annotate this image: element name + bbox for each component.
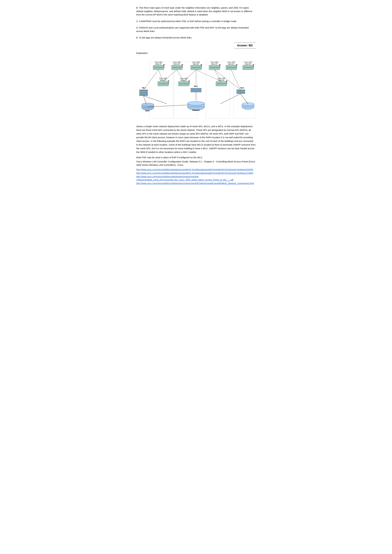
svg-point-53 [196,67,197,68]
svg-point-144 [240,90,241,91]
svg-point-117 [193,89,194,89]
link-4[interactable]: http://www.cisco.com/c/en/us/td/docs/wir… [136,182,256,185]
answer-label: Answer: BD [234,42,256,48]
links-section: http://www.cisco.com/c/en/us/td/docs/wir… [136,168,256,185]
svg-text:WLC: WLC [240,87,244,89]
svg-text:Mesh AP: Mesh AP [193,63,199,65]
body-paragraph1: shows a simple mesh network deployment m… [136,125,256,154]
svg-rect-67 [219,65,220,68]
svg-point-66 [218,67,219,68]
svg-point-118 [195,89,196,89]
svg-point-149 [240,92,241,93]
svg-point-107 [182,83,183,84]
svg-point-106 [181,83,182,84]
svg-point-151 [243,92,243,93]
svg-point-126 [198,91,199,91]
svg-point-51 [193,67,194,68]
svg-rect-137 [226,81,227,84]
answer-box: Answer: BD [136,42,256,48]
svg-rect-35 [163,64,165,65]
svg-point-145 [241,90,242,91]
svg-point-132 [218,83,219,84]
svg-point-116 [192,89,192,89]
svg-point-9 [146,90,146,91]
svg-rect-56 [201,65,202,68]
svg-point-135 [223,83,224,84]
svg-point-17 [143,95,144,95]
svg-point-29 [156,67,157,68]
svg-point-7 [143,90,144,91]
note-text: Note PSK may be used in place of EAP if … [136,156,256,159]
svg-point-99 [167,83,167,84]
svg-point-124 [195,91,196,91]
svg-point-5 [140,90,141,91]
svg-point-13 [144,92,145,93]
intro-section: B. The three main types of mesh type und… [136,6,256,40]
svg-text:Network: Network [192,109,200,111]
svg-point-54 [198,67,199,68]
svg-point-62 [212,67,213,68]
svg-point-64 [215,67,216,68]
svg-text:Mesh AP: Mesh AP [155,63,161,65]
svg-point-73 [228,67,229,68]
svg-point-11 [142,92,142,93]
svg-text:Mesh AP: Mesh AP [245,63,251,65]
svg-point-40 [174,67,175,68]
svg-point-41 [176,67,176,68]
svg-point-65 [216,67,217,68]
svg-text:Cisco 1500: Cisco 1500 [180,78,188,79]
svg-point-125 [196,91,197,91]
intro-paragraph2: C. A MAP/RAP must be authorized by eithe… [136,20,256,23]
svg-text:Cisco 1500: Cisco 1500 [217,78,225,79]
intro-paragraph1: B. The three main types of mesh type und… [136,6,256,16]
svg-text:Mesh AP: Mesh AP [211,63,217,65]
svg-point-44 [180,67,181,68]
svg-point-28 [154,67,155,68]
svg-point-148 [239,92,240,93]
svg-point-98 [165,83,166,84]
svg-point-6 [142,90,142,91]
svg-point-32 [160,67,161,68]
svg-point-97 [163,83,164,84]
svg-point-147 [238,92,238,93]
svg-point-18 [144,95,145,95]
svg-point-96 [162,83,163,84]
intro-paragraph4: E. VLAN tags are always forwarded across… [136,36,256,40]
svg-point-43 [179,67,180,68]
diagram-svg: WLC WCS [136,56,256,121]
svg-point-105 [179,83,180,84]
svg-point-22 [142,103,154,106]
svg-point-119 [196,89,197,89]
explanation-label: Explanation: [136,52,256,55]
svg-point-87 [250,67,251,68]
svg-point-19 [146,95,146,95]
svg-rect-101 [168,81,169,81]
svg-point-85 [247,67,248,68]
svg-point-88 [252,67,252,68]
svg-point-75 [231,67,232,68]
svg-point-52 [195,67,196,68]
svg-point-77 [235,67,236,68]
svg-point-150 [241,92,242,93]
svg-point-31 [159,67,160,68]
svg-point-16 [142,95,142,95]
svg-rect-79 [236,64,238,65]
link-3[interactable]: http://www.cisco.com/c/en/us/td/docs/wir… [136,175,256,181]
svg-point-74 [230,67,231,68]
link-1[interactable]: http://www.cisco.com/c/en/us/td/docs/wir… [136,168,256,171]
svg-text:Mesh AP: Mesh AP [218,79,224,81]
svg-text:Mesh AP: Mesh AP [174,63,180,65]
svg-point-120 [198,89,199,89]
svg-rect-34 [164,65,164,68]
svg-point-142 [238,90,238,91]
svg-rect-111 [189,81,189,84]
svg-rect-68 [219,64,221,65]
svg-text:WCS: WCS [146,110,149,112]
svg-point-133 [220,83,221,84]
svg-point-131 [217,83,218,84]
svg-rect-112 [188,81,190,81]
svg-point-94 [159,83,160,84]
svg-point-50 [192,67,193,68]
svg-point-8 [144,90,145,91]
link-2[interactable]: http://www.cisco.com/c/en/us/td/docs/wir… [136,172,256,175]
